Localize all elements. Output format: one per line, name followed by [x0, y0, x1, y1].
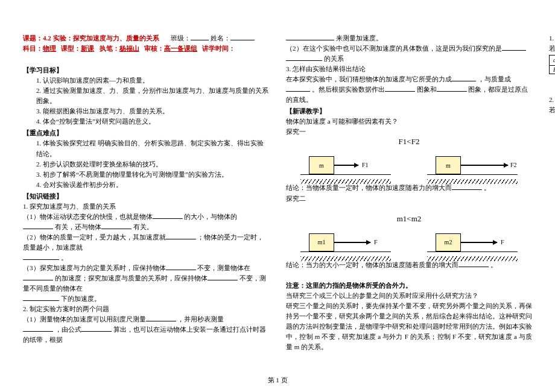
blank — [385, 86, 415, 92]
link2-1e: 来测量加速度。 — [336, 34, 382, 42]
para1: 当研究三个或三个以上的参量之间的关系时应采用什么研究方法？ — [286, 291, 532, 301]
label-f2: F2 — [510, 162, 517, 168]
link2-1b: ，并用秒表测量 — [177, 315, 224, 323]
blank — [23, 254, 59, 260]
blank — [166, 233, 196, 239]
arrow-m2 — [461, 242, 497, 243]
key-2: 2. 初步认识数据处理时变换坐标轴的技巧。 — [23, 159, 269, 169]
link3d: 图象和 — [417, 86, 437, 93]
class-blank — [191, 34, 209, 40]
link3c: 。然后根据实验数据作出 — [312, 86, 385, 93]
subject-value: 物理 — [43, 45, 56, 52]
data-table: a/（m·s⁻²） 1.98 4.06 5.95 8.12 F/N 1.00 2… — [549, 55, 555, 74]
link2-1a: （1）测量物体的加速度可以用刻度尺测量 — [23, 315, 146, 323]
link3-head: 3. 怎样由实验结果得出结论 — [286, 64, 532, 74]
page-footer: 第 1 页 — [0, 376, 555, 385]
m1m2-label: m1<m2 — [286, 214, 532, 224]
box-m: m — [309, 156, 334, 174]
blank — [286, 86, 310, 92]
name-label: 姓名： — [211, 34, 230, 42]
link1-1d: 有关。 — [133, 223, 153, 230]
blank — [23, 274, 53, 280]
blank — [286, 34, 334, 40]
link1-1b: 的大小，与物体的 — [184, 213, 237, 220]
author-label: 执笔： — [100, 45, 119, 52]
blank — [458, 261, 489, 267]
link1-3e: 下的加速度。 — [61, 295, 101, 302]
diagram-f1: m F1 — [300, 149, 391, 179]
author-value: 杨福山 — [119, 45, 139, 52]
link1-head: 1. 探究加速度与力、质量的关系 — [23, 201, 269, 212]
link1-3c: 的加速度；探究加速度与质量的关系时，应保持物体 — [55, 274, 208, 282]
type-label: 课型： — [61, 45, 81, 52]
obj-3: 3. 能根据图象得出加速度与力、质量的关系。 — [23, 106, 269, 116]
review-label: 审核： — [144, 45, 164, 52]
arrow-m1 — [334, 242, 370, 243]
objectives-heading: 【学习目标】 — [23, 65, 269, 75]
note: 注意：这里的力指的是物体所受的合外力。 — [286, 280, 532, 291]
link3a: 在本探究实验中，我们猜想物体的加速度与它所受的力成 — [286, 75, 452, 83]
key-4: 4. 会对实验误差作初步分析。 — [23, 180, 269, 190]
diagram-f2: m F2 — [427, 149, 518, 179]
concl2b: 。 — [490, 261, 497, 268]
blank — [166, 264, 196, 270]
para2: 研究三个量之间的关系时，要先保持某个量不变，研究另外两个量之间的关系，再保持另一… — [286, 301, 532, 352]
blank — [437, 86, 467, 92]
obj-2: 2. 通过实验测量加速度、力、质量，分别作出加速度与力、加速度与质量的关系图象。 — [23, 86, 269, 106]
key-3: 3. 初步了解将“不易测量的物理量转化为可测物理量”的实验方法。 — [23, 169, 269, 180]
label-f-b: F — [501, 239, 504, 245]
diagram-row-2: m1 F m2 F — [286, 226, 532, 256]
concl1a: 结论：当物体质量一定时，物体的加速度随着力的增大而 — [286, 184, 452, 191]
link1-2a: （2）物体的质量一定时，受力越大，其加速度就 — [23, 233, 166, 241]
blank — [81, 326, 112, 332]
link2-1c: ，由公式 — [55, 326, 81, 333]
box-m: m — [436, 156, 461, 174]
r1-q1: （1）根据表中数据，画出 a—F 图象。 — [549, 74, 555, 84]
link1-1c: 有关，还与物体 — [55, 223, 101, 230]
blank — [146, 315, 176, 321]
link2-2: （2）在这个实验中也可以不测加速度的具体数值，这是因为我们探究的是 — [286, 45, 502, 52]
link1-1a: （1）物体运动状态变化的快慢，也就是物体 — [23, 213, 153, 220]
class-label: 班级： — [171, 34, 191, 42]
box-m1: m1 — [309, 233, 334, 251]
concl2a: 结论：当力的大小一定时，物体的加速度随着质量的增大而 — [286, 261, 458, 268]
key-1: 1. 体验实验探究过程 明确实验目的、分析实验思路、制定实验方案、得出实验结论。 — [23, 138, 269, 159]
ex2-label: 探究二 — [286, 194, 532, 204]
link3b: ，与质量成 — [478, 75, 511, 83]
review-value: 高一备课组 — [164, 45, 197, 52]
arrow-f1 — [334, 165, 358, 166]
blank — [101, 223, 132, 229]
blank — [502, 45, 526, 51]
cell-a-label: a/（m·s⁻²） — [550, 55, 556, 66]
blank — [153, 213, 183, 219]
arrow-f2 — [461, 165, 508, 166]
subject-label: 科目： — [23, 45, 43, 52]
newlesson-heading: 【新课教学】 — [286, 106, 532, 116]
q1: 物体的加速度 a 可能和哪些因素有关？ — [286, 116, 532, 127]
blank — [208, 274, 238, 280]
table-row: a/（m·s⁻²） 1.98 4.06 5.95 8.12 — [550, 55, 556, 66]
link1-3a: （3）探究加速度与力的定量关系时，应保持物体 — [23, 264, 166, 271]
time-label: 讲学时间： — [202, 45, 235, 52]
link2-head: 2. 制定实验方案时的两个问题 — [23, 304, 269, 314]
label-f1: F1 — [362, 162, 369, 168]
blank — [452, 185, 482, 191]
blank — [23, 326, 53, 332]
r1-head: 1. 探究加速度与力的关系 — [549, 33, 555, 43]
obj-4: 4. 体会“控制变量法”对研究问题的意义。 — [23, 116, 269, 127]
concl1b: 。 — [484, 184, 490, 191]
link1-3b: 不变，测量物体在 — [197, 264, 250, 271]
r2-line: 若测得某一物体受力 F 一定时，a 与 M 关系数据如下表所示： — [549, 105, 555, 115]
type-value: 新课 — [81, 45, 94, 52]
link1-2c: 。 — [61, 254, 68, 261]
blank — [23, 295, 59, 301]
r1-line: 若测得某一物体 m 一定时，a 与 F 的关系的有关数据资料如下表。 — [549, 43, 555, 54]
keypoints-heading: 【重点难点】 — [23, 128, 269, 138]
label-f-a: F — [374, 239, 378, 245]
lesson-title: 课题：4.2 实验：探究加速度与力、质量的关系 — [23, 34, 159, 42]
r2-head: 2. 探究加速度与质量的关系 — [549, 95, 555, 105]
blank — [452, 75, 476, 81]
blank — [286, 55, 322, 61]
link2-2b: 的关系 — [324, 55, 344, 62]
diagram-m1: m1 F — [300, 226, 391, 256]
